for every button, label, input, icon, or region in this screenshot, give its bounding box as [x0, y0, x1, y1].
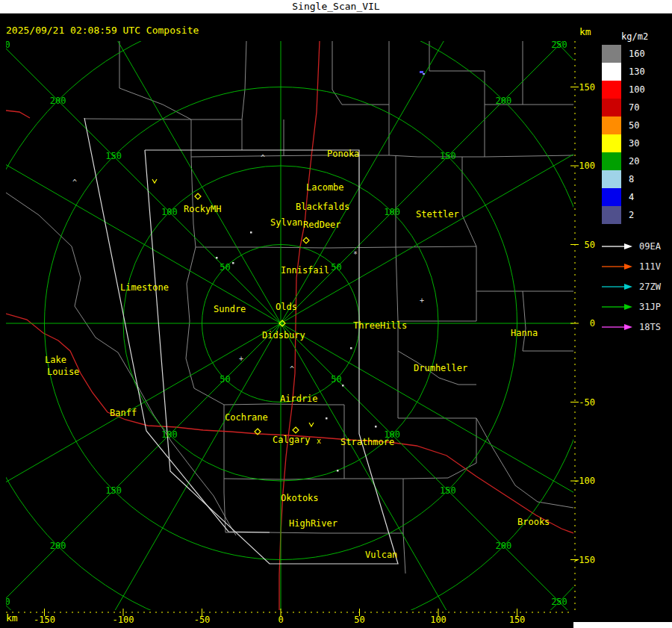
colorbar-swatch — [602, 81, 621, 99]
radar-id-label: 18TS — [639, 322, 661, 332]
town-dot — [342, 385, 344, 387]
place-label: Sundre — [214, 304, 246, 314]
town-dot — [337, 470, 339, 472]
colorbar-swatch — [602, 99, 621, 116]
radar-site-diamond — [293, 427, 299, 433]
county-boundary — [389, 105, 485, 157]
radar-id-label: 27ZW — [639, 282, 661, 292]
radar-arrow-icon — [602, 303, 633, 311]
town-marker: ^ — [290, 365, 294, 373]
radar-map-canvas[interactable]: 5010015020025050100150200250501001502002… — [0, 0, 672, 628]
place-label: Sylvan — [270, 217, 302, 228]
radar-site-diamond — [195, 193, 201, 199]
radar-legend-item: 31JP — [602, 296, 661, 317]
echo-pixel — [420, 71, 423, 73]
place-label: Drumheller — [414, 363, 467, 373]
town-dot — [350, 347, 352, 349]
radar-id-label: 31JP — [639, 302, 661, 312]
place-label: Calgary — [273, 435, 311, 445]
colorbar-value: 30 — [629, 134, 639, 152]
county-boundary — [403, 418, 476, 479]
place-label: Olds — [276, 302, 297, 312]
county-boundary — [191, 119, 242, 157]
y-axis-tick-label: 0 — [590, 318, 595, 329]
colorbar-swatch — [602, 134, 621, 152]
county-boundary — [242, 41, 246, 150]
range-label: 200 — [496, 541, 512, 551]
down-arrow-marker — [309, 423, 314, 426]
colorbar-swatch — [602, 170, 621, 188]
town-dot — [216, 257, 218, 259]
yellow-glyph: x — [317, 437, 321, 445]
range-label: 150 — [105, 151, 122, 161]
place-label: Limestone — [120, 282, 169, 293]
colorbar-value: 70 — [629, 99, 639, 116]
colorbar-entry: 30 — [602, 134, 648, 152]
range-label: 200 — [50, 541, 66, 551]
colorbar-entry: 2 — [602, 206, 648, 224]
place-label: Airdrie — [280, 394, 318, 404]
highway-line — [6, 111, 30, 118]
range-label: 250 — [0, 40, 10, 50]
place-label: Brooks — [517, 517, 550, 527]
y-axis-tick-label: 100 — [579, 161, 595, 171]
radar-id-label: 09EA — [639, 241, 661, 252]
place-label: Lacombe — [306, 182, 344, 193]
colorbar-value: 130 — [629, 63, 645, 81]
colorbar-swatch — [602, 116, 621, 134]
place-label: HighRiver — [289, 518, 337, 529]
range-label: 100 — [161, 207, 178, 217]
range-label: 100 — [384, 207, 400, 217]
county-boundary — [84, 119, 191, 119]
range-label: 50 — [220, 262, 230, 273]
radar-arrow-icon — [602, 263, 633, 270]
place-label: RockyMH — [184, 204, 222, 214]
place-label: Ponoka — [327, 149, 359, 159]
town-dot — [326, 417, 328, 420]
colorbar-value: 2 — [629, 206, 634, 224]
place-label: Blackfalds — [296, 202, 349, 212]
radar-site-legend: 09EA111V27ZW31JP18TS — [602, 236, 661, 337]
town-dot — [375, 426, 377, 428]
radar-arrow-icon — [602, 243, 633, 250]
colorbar-value: 50 — [629, 116, 639, 134]
range-label: 250 — [551, 40, 567, 50]
colorbar-value: 4 — [629, 188, 634, 206]
colorbar-entry: 130 — [602, 63, 648, 81]
x-axis-tick-label: 100 — [430, 615, 447, 625]
colorbar-entry: 8 — [602, 170, 648, 188]
county-boundary — [119, 41, 191, 119]
town-marker: * — [353, 250, 358, 258]
azimuth-spoke — [0, 0, 650, 628]
place-label: Vulcan — [365, 550, 397, 560]
radar-arrow-icon — [602, 283, 633, 290]
colorbar-value: 8 — [629, 170, 634, 188]
colorbar-swatch — [602, 152, 621, 170]
county-boundary — [191, 157, 196, 247]
radar-id-label: 111V — [639, 261, 661, 272]
range-label: 250 — [551, 597, 567, 607]
colorbar-entry: 20 — [602, 152, 648, 170]
colorbar-scale: 16013010070503020842 — [602, 45, 648, 224]
colorbar-swatch — [602, 188, 621, 206]
radar-legend-item: 09EA — [602, 236, 661, 256]
range-ring — [0, 0, 672, 628]
place-label: Banff — [110, 408, 137, 418]
range-label: 200 — [50, 96, 66, 106]
echo-pixel — [423, 73, 425, 75]
x-axis-tick-label: -150 — [34, 615, 55, 625]
place-label: Okotoks — [281, 493, 319, 503]
place-label: Strathmore — [340, 437, 394, 447]
range-label: 50 — [331, 262, 341, 273]
coverage-outline — [145, 150, 398, 564]
town-dot — [250, 231, 252, 234]
colorbar-entry: 160 — [602, 45, 648, 63]
azimuth-spoke — [0, 0, 650, 628]
y-axis-tick-label: -50 — [579, 397, 595, 408]
colorbar-swatch — [602, 63, 621, 81]
county-boundary — [396, 155, 398, 321]
range-label: 200 — [496, 96, 512, 106]
county-boundary — [462, 157, 476, 291]
colorbar-value: 160 — [629, 45, 645, 63]
bottom-right-corner — [573, 622, 672, 628]
